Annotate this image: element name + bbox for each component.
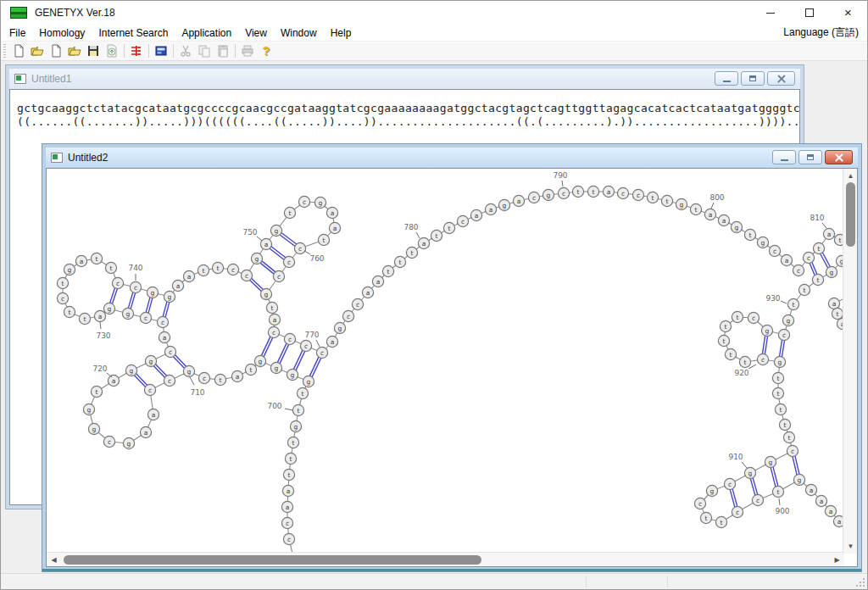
horizontal-scroll-thumb[interactable]: [64, 555, 481, 565]
menu-item-window[interactable]: Window: [274, 25, 324, 41]
svg-text:t: t: [203, 267, 205, 275]
menu-item-help[interactable]: Help: [324, 25, 359, 41]
svg-text:g: g: [275, 227, 279, 235]
untitled1-restore-button[interactable]: [741, 71, 765, 86]
svg-text:a: a: [287, 487, 291, 495]
scroll-up-icon[interactable]: ▲: [843, 169, 858, 183]
close-button[interactable]: ×: [829, 1, 867, 25]
svg-text:a: a: [152, 411, 156, 419]
alignment-icon: [130, 44, 143, 58]
svg-text:t: t: [96, 388, 98, 396]
open-file-2-button[interactable]: [65, 42, 84, 59]
untitled1-title-bar[interactable]: Untitled1: [9, 69, 800, 89]
untitled1-close-button[interactable]: [767, 71, 795, 86]
scroll-left-icon[interactable]: ◀: [47, 553, 61, 567]
svg-text:t: t: [271, 304, 274, 312]
svg-text:a: a: [331, 338, 335, 346]
scroll-right-icon[interactable]: ▶: [830, 553, 844, 567]
open-file-button[interactable]: [28, 42, 47, 59]
new-document-button[interactable]: [9, 42, 28, 59]
svg-text:t: t: [302, 390, 304, 398]
window-untitled2[interactable]: Untitled2 ccaatttgttggggtatcgccaagcggtag…: [42, 143, 862, 572]
sequence-pane: gctgcaaggctctatacgcataatgcgccccgcaacgccg…: [10, 90, 799, 129]
open-folder-icon: [31, 44, 44, 58]
svg-text:a: a: [829, 508, 833, 515]
svg-text:t: t: [411, 249, 414, 257]
svg-text:c: c: [203, 375, 206, 382]
restore-icon: [807, 154, 814, 160]
scroll-down-icon[interactable]: ▼: [843, 539, 858, 554]
svg-text:a: a: [489, 206, 493, 214]
svg-text:g: g: [735, 224, 739, 231]
menu-item-file[interactable]: File: [3, 25, 32, 41]
svg-text:g: g: [761, 239, 765, 247]
svg-text:g: g: [275, 365, 279, 372]
help-button[interactable]: ?: [257, 42, 275, 59]
svg-text:c: c: [288, 336, 292, 343]
untitled2-close-button[interactable]: [825, 150, 853, 164]
mdi-workspace: Untitled1 gctgcaaggctctatacgcataatgcgccc…: [1, 61, 867, 574]
svg-text:a: a: [273, 316, 277, 324]
minimize-button[interactable]: [751, 1, 789, 25]
menu-item-application[interactable]: Application: [175, 25, 238, 41]
svg-text:c: c: [298, 245, 302, 253]
svg-text:t: t: [577, 188, 580, 196]
svg-text:c: c: [287, 259, 291, 266]
untitled2-content: ccaatttgttggggtatcgccaagcggtaggcaccggatt…: [46, 168, 858, 567]
sequence-view-icon: [154, 44, 168, 58]
svg-text:720: 720: [92, 365, 107, 373]
svg-text:c: c: [116, 280, 120, 287]
cut-button[interactable]: [176, 42, 195, 59]
toolbar-separator: [148, 44, 149, 58]
svg-text:910: 910: [728, 453, 743, 461]
save-button[interactable]: [84, 42, 103, 59]
vertical-scrollbar[interactable]: ▲ ▼: [843, 169, 857, 554]
svg-text:c: c: [698, 500, 702, 508]
print-button[interactable]: [238, 42, 257, 59]
svg-text:g: g: [319, 199, 323, 207]
copy-button[interactable]: [195, 42, 214, 59]
svg-text:t: t: [804, 287, 806, 294]
title-bar: GENETYX Ver.18 ×: [1, 1, 867, 25]
multi-alignment-button[interactable]: [127, 42, 146, 59]
svg-text:a: a: [832, 300, 837, 308]
svg-text:c: c: [756, 497, 760, 504]
svg-text:g: g: [787, 317, 791, 325]
resize-grip[interactable]: [856, 578, 865, 587]
untitled2-minimize-button[interactable]: [772, 150, 796, 164]
export-button[interactable]: [103, 42, 121, 59]
status-bar: [1, 573, 867, 589]
new-document-2-button[interactable]: [47, 42, 65, 59]
svg-text:g: g: [769, 459, 773, 466]
svg-text:g: g: [710, 487, 715, 495]
horizontal-scrollbar[interactable]: ◀ ▶: [47, 552, 844, 566]
svg-text:a: a: [709, 211, 713, 219]
svg-text:c: c: [532, 194, 536, 202]
status-separator: [586, 576, 587, 587]
maximize-button[interactable]: [790, 1, 828, 25]
svg-text:g: g: [798, 476, 802, 484]
svg-text:t: t: [448, 225, 451, 232]
vertical-scroll-thumb[interactable]: [846, 182, 855, 247]
svg-text:750: 750: [242, 228, 257, 237]
menu-item-internet-search[interactable]: Internet Search: [92, 25, 175, 41]
svg-text:a: a: [286, 504, 290, 511]
svg-text:a: a: [264, 241, 269, 248]
untitled1-minimize-button[interactable]: [715, 71, 738, 86]
paste-button[interactable]: [214, 42, 232, 59]
sequence-view-button[interactable]: [152, 42, 170, 59]
svg-text:g: g: [264, 291, 269, 298]
svg-text:t: t: [593, 188, 595, 196]
status-separator: [667, 576, 668, 587]
svg-text:a: a: [163, 334, 167, 342]
svg-text:790: 790: [553, 171, 567, 180]
svg-text:c: c: [245, 272, 248, 280]
svg-text:a: a: [475, 212, 479, 220]
menu-item-homology[interactable]: Homology: [32, 25, 92, 41]
untitled2-title-bar[interactable]: Untitled2: [46, 148, 858, 168]
untitled2-restore-button[interactable]: [798, 150, 822, 164]
sequence-line: gctgcaaggctctatacgcataatgcgccccgcaacgccg…: [17, 102, 799, 115]
svg-text:800: 800: [709, 193, 724, 202]
menu-item-language[interactable]: Language (言語): [780, 24, 862, 42]
menu-item-view[interactable]: View: [238, 25, 274, 41]
